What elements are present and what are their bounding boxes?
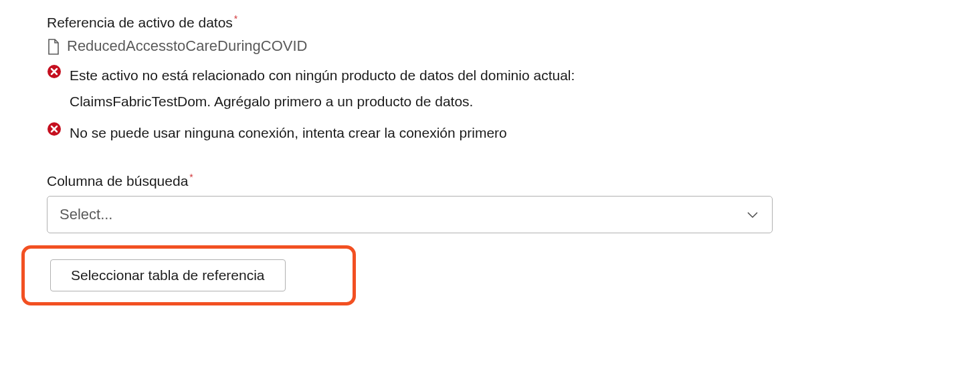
error-icon xyxy=(47,122,62,136)
error-row: No se puede usar ninguna conexión, inten… xyxy=(47,120,980,146)
asset-row: ReducedAccesstoCareDuringCOVID xyxy=(47,37,980,55)
highlight-annotation: Seleccionar tabla de referencia xyxy=(21,245,356,305)
error-text: No se puede usar ninguna conexión, inten… xyxy=(70,120,507,146)
error-icon xyxy=(47,64,62,79)
select-reference-table-button[interactable]: Seleccionar tabla de referencia xyxy=(50,259,286,291)
error-text: Este activo no está relacionado con ning… xyxy=(70,63,591,115)
required-asterisk: * xyxy=(234,13,237,24)
chevron-down-icon xyxy=(745,207,760,222)
lookup-column-select[interactable]: Select... xyxy=(47,196,773,233)
file-icon xyxy=(47,39,60,53)
required-asterisk: * xyxy=(189,172,193,182)
error-row: Este activo no está relacionado con ning… xyxy=(47,63,980,115)
asset-reference-label: Referencia de activo de datos* xyxy=(47,13,980,31)
lookup-column-label: Columna de búsqueda* xyxy=(47,172,980,189)
asset-name: ReducedAccesstoCareDuringCOVID xyxy=(67,37,308,55)
select-placeholder: Select... xyxy=(60,206,745,223)
